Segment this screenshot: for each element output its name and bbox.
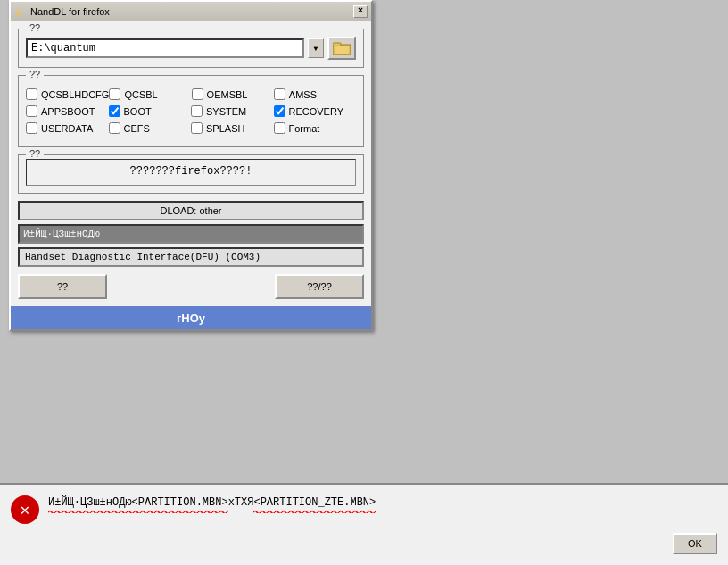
error-content: ✕ И±ЙЩ·ЦЗш±нОДю<PARTITION.MBN>хТХЯ<PARTI… [11, 495, 717, 524]
right-action-button[interactable]: ??/?? [275, 274, 364, 299]
checkbox-oemsbl[interactable] [192, 88, 203, 100]
path-row: ▼ [26, 37, 356, 60]
window-body: ?? ▼ ?? QCSBLHDC [11, 21, 371, 306]
title-bar-left: ⚡ NandDL for firefox [14, 5, 110, 18]
checkbox-item-format: Format [274, 122, 357, 134]
progress-bar: И±ЙЩ·ЦЗш±нОДю [18, 224, 364, 244]
checkbox-amss[interactable] [274, 88, 285, 100]
label-userdata: USERDATA [41, 123, 93, 134]
label-qcsblhdcfg: QCSBLHDCFG [41, 89, 109, 100]
checkbox-qcsblhdcfg[interactable] [26, 88, 37, 100]
checkbox-group-label: ?? [26, 69, 44, 79]
left-action-button[interactable]: ?? [18, 274, 107, 299]
svg-rect-2 [334, 46, 350, 54]
info-text: ???????firefox????! [26, 159, 356, 186]
checkbox-item-amss: AMSS [274, 88, 356, 100]
main-window: ⚡ NandDL for firefox × ?? ▼ [9, 0, 373, 331]
label-amss: AMSS [289, 89, 317, 100]
error-icon: ✕ [11, 495, 39, 524]
checkbox-appsboot[interactable] [26, 105, 37, 117]
checkbox-cefs[interactable] [109, 122, 120, 134]
error-text: И±ЙЩ·ЦЗш±нОДю<PARTITION.MBN>хТХЯ<PARTITI… [48, 495, 376, 511]
label-oemsbl: OEMSBL [207, 89, 248, 100]
checkbox-item-splash: SPLASH [191, 122, 274, 134]
ok-button-row: OK [11, 533, 717, 554]
interface-bar: Handset Diagnostic Interface(DFU) (COM3) [18, 247, 364, 267]
error-dialog: ✕ И±ЙЩ·ЦЗш±нОДю<PARTITION.MBN>хТХЯ<PARTI… [0, 483, 728, 565]
dload-bar: DLOAD: other [18, 201, 364, 220]
label-qcsbl: QCSBL [124, 89, 157, 100]
dropdown-arrow[interactable]: ▼ [308, 38, 324, 58]
label-recovery: RECOVERY [289, 106, 344, 117]
checkbox-item-qcsblhdcfg: QCSBLHDCFG [26, 88, 109, 100]
label-boot: BOOT [124, 106, 152, 117]
checkbox-row-3: USERDATA CEFS SPLASH Format [26, 122, 356, 134]
folder-icon [333, 41, 351, 55]
label-format: Format [289, 123, 320, 134]
checkbox-item-recovery: RECOVERY [274, 105, 357, 117]
path-group: ?? ▼ [18, 29, 364, 68]
checkbox-boot[interactable] [109, 105, 120, 117]
title-bar: ⚡ NandDL for firefox × [11, 2, 371, 21]
checkbox-item-boot: BOOT [109, 105, 192, 117]
checkbox-recovery[interactable] [274, 105, 285, 117]
checkbox-item-cefs: CEFS [109, 122, 192, 134]
checkbox-row-2: APPSBOOT BOOT SYSTEM RECOVERY [26, 105, 356, 117]
label-cefs: CEFS [124, 123, 150, 134]
path-group-label: ?? [26, 22, 44, 33]
checkbox-format[interactable] [274, 122, 285, 134]
checkbox-qcsbl[interactable] [109, 88, 120, 100]
app-icon: ⚡ [14, 5, 27, 18]
progress-text: И±ЙЩ·ЦЗш±нОДю [23, 228, 100, 239]
status-section: DLOAD: other И±ЙЩ·ЦЗш±нОДю Handset Diagn… [18, 201, 364, 267]
error-message-part2: <PARTITION_ZTE.MBN> [253, 495, 376, 511]
label-splash: SPLASH [206, 123, 244, 134]
window-title: NandDL for firefox [30, 6, 110, 17]
close-button[interactable]: × [353, 5, 368, 18]
checkbox-system[interactable] [191, 105, 203, 117]
path-input[interactable] [26, 38, 304, 58]
checkbox-grid: QCSBLHDCFG QCSBL OEMSBL AMSS [26, 88, 356, 134]
checkbox-splash[interactable] [191, 122, 203, 134]
info-group-label: ?? [26, 148, 44, 159]
checkbox-group: ?? QCSBLHDCFG QCSBL OEMSBL [18, 75, 364, 147]
ok-button[interactable]: OK [673, 533, 717, 554]
checkbox-row-1: QCSBLHDCFG QCSBL OEMSBL AMSS [26, 88, 356, 100]
checkbox-item-userdata: USERDATA [26, 122, 109, 134]
checkbox-item-appsboot: APPSBOOT [26, 105, 109, 117]
checkbox-userdata[interactable] [26, 122, 37, 134]
checkbox-item-oemsbl: OEMSBL [192, 88, 274, 100]
label-system: SYSTEM [206, 106, 246, 117]
error-message-part1: И±ЙЩ·ЦЗш±нОДю<PARTITION.MBN> [48, 495, 228, 511]
checkbox-item-system: SYSTEM [191, 105, 274, 117]
folder-button[interactable] [327, 37, 356, 60]
action-buttons: ?? ??/?? [18, 274, 364, 299]
status-bar: гНОу [11, 306, 371, 329]
info-group: ?? ???????firefox????! [18, 154, 364, 194]
label-appsboot: APPSBOOT [41, 106, 95, 117]
checkbox-item-qcsbl: QCSBL [109, 88, 191, 100]
